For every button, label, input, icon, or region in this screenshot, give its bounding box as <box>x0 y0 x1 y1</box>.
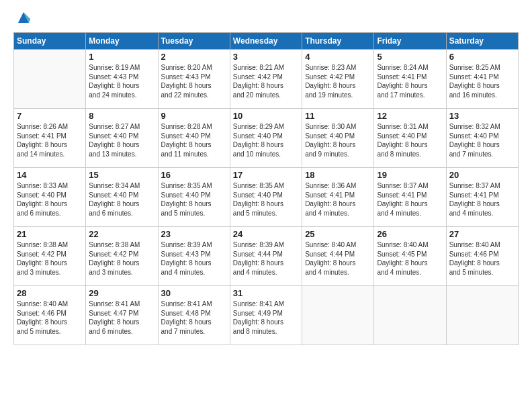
calendar-cell: 30Sunrise: 8:41 AMSunset: 4:48 PMDayligh… <box>158 286 230 345</box>
calendar-cell: 13Sunrise: 8:32 AMSunset: 4:40 PMDayligh… <box>446 109 518 168</box>
calendar-cell: 10Sunrise: 8:29 AMSunset: 4:40 PMDayligh… <box>230 109 302 168</box>
calendar-cell: 31Sunrise: 8:41 AMSunset: 4:49 PMDayligh… <box>230 286 302 345</box>
day-number: 19 <box>377 170 443 180</box>
day-info: Sunrise: 8:21 AMSunset: 4:42 PMDaylight:… <box>233 63 299 99</box>
calendar-cell: 4Sunrise: 8:23 AMSunset: 4:42 PMDaylight… <box>302 50 374 109</box>
calendar-cell: 5Sunrise: 8:24 AMSunset: 4:41 PMDaylight… <box>374 50 446 109</box>
day-info: Sunrise: 8:23 AMSunset: 4:42 PMDaylight:… <box>305 63 371 99</box>
day-info: Sunrise: 8:19 AMSunset: 4:43 PMDaylight:… <box>89 63 154 99</box>
day-number: 2 <box>161 52 227 62</box>
day-number: 23 <box>161 229 227 239</box>
calendar-cell: 20Sunrise: 8:37 AMSunset: 4:41 PMDayligh… <box>446 168 518 227</box>
day-info: Sunrise: 8:41 AMSunset: 4:47 PMDaylight:… <box>89 300 154 336</box>
day-number: 9 <box>161 111 227 121</box>
calendar-cell <box>14 50 86 109</box>
day-number: 13 <box>449 111 515 121</box>
day-number: 31 <box>233 288 299 298</box>
day-info: Sunrise: 8:40 AMSunset: 4:46 PMDaylight:… <box>17 300 83 336</box>
calendar-cell: 9Sunrise: 8:28 AMSunset: 4:40 PMDaylight… <box>158 109 230 168</box>
col-header-saturday: Saturday <box>446 33 518 50</box>
day-info: Sunrise: 8:27 AMSunset: 4:40 PMDaylight:… <box>89 122 154 158</box>
day-number: 1 <box>89 52 154 62</box>
day-info: Sunrise: 8:32 AMSunset: 4:40 PMDaylight:… <box>449 122 515 158</box>
day-info: Sunrise: 8:41 AMSunset: 4:48 PMDaylight:… <box>161 300 227 336</box>
day-info: Sunrise: 8:36 AMSunset: 4:41 PMDaylight:… <box>305 181 371 218</box>
logo-icon <box>15 9 32 26</box>
day-info: Sunrise: 8:29 AMSunset: 4:40 PMDaylight:… <box>233 122 299 158</box>
calendar-week-2: 14Sunrise: 8:33 AMSunset: 4:40 PMDayligh… <box>14 168 519 227</box>
day-info: Sunrise: 8:38 AMSunset: 4:42 PMDaylight:… <box>17 240 83 277</box>
day-info: Sunrise: 8:38 AMSunset: 4:42 PMDaylight:… <box>89 240 154 277</box>
col-header-monday: Monday <box>86 33 158 50</box>
day-info: Sunrise: 8:24 AMSunset: 4:41 PMDaylight:… <box>377 63 443 99</box>
calendar-cell: 12Sunrise: 8:31 AMSunset: 4:40 PMDayligh… <box>374 109 446 168</box>
calendar-cell: 8Sunrise: 8:27 AMSunset: 4:40 PMDaylight… <box>86 109 158 168</box>
day-number: 11 <box>305 111 371 121</box>
calendar-cell: 1Sunrise: 8:19 AMSunset: 4:43 PMDaylight… <box>86 50 158 109</box>
day-number: 24 <box>233 229 299 239</box>
calendar-week-3: 21Sunrise: 8:38 AMSunset: 4:42 PMDayligh… <box>14 227 519 286</box>
day-number: 27 <box>449 229 515 239</box>
calendar-cell: 16Sunrise: 8:35 AMSunset: 4:40 PMDayligh… <box>158 168 230 227</box>
calendar-cell: 18Sunrise: 8:36 AMSunset: 4:41 PMDayligh… <box>302 168 374 227</box>
day-number: 26 <box>377 229 443 239</box>
day-number: 18 <box>305 170 371 180</box>
day-info: Sunrise: 8:28 AMSunset: 4:40 PMDaylight:… <box>161 122 227 158</box>
day-number: 5 <box>377 52 443 62</box>
calendar-cell: 7Sunrise: 8:26 AMSunset: 4:41 PMDaylight… <box>14 109 86 168</box>
day-number: 28 <box>17 288 83 298</box>
day-number: 25 <box>305 229 371 239</box>
calendar-cell: 21Sunrise: 8:38 AMSunset: 4:42 PMDayligh… <box>14 227 86 286</box>
calendar-week-4: 28Sunrise: 8:40 AMSunset: 4:46 PMDayligh… <box>14 286 519 345</box>
day-info: Sunrise: 8:20 AMSunset: 4:43 PMDaylight:… <box>161 63 227 99</box>
calendar-cell: 25Sunrise: 8:40 AMSunset: 4:44 PMDayligh… <box>302 227 374 286</box>
day-number: 29 <box>89 288 154 298</box>
calendar-cell: 15Sunrise: 8:34 AMSunset: 4:40 PMDayligh… <box>86 168 158 227</box>
day-info: Sunrise: 8:33 AMSunset: 4:40 PMDaylight:… <box>17 181 83 218</box>
page-header <box>13 11 519 26</box>
calendar-cell: 27Sunrise: 8:40 AMSunset: 4:46 PMDayligh… <box>446 227 518 286</box>
day-info: Sunrise: 8:40 AMSunset: 4:44 PMDaylight:… <box>305 240 371 277</box>
calendar-cell: 19Sunrise: 8:37 AMSunset: 4:41 PMDayligh… <box>374 168 446 227</box>
calendar-cell <box>374 286 446 345</box>
calendar-cell: 29Sunrise: 8:41 AMSunset: 4:47 PMDayligh… <box>86 286 158 345</box>
day-number: 6 <box>449 52 515 62</box>
day-number: 22 <box>89 229 154 239</box>
calendar-cell <box>302 286 374 345</box>
day-info: Sunrise: 8:35 AMSunset: 4:40 PMDaylight:… <box>161 181 227 218</box>
logo <box>13 11 32 26</box>
col-header-wednesday: Wednesday <box>230 33 302 50</box>
col-header-friday: Friday <box>374 33 446 50</box>
day-number: 4 <box>305 52 371 62</box>
col-header-tuesday: Tuesday <box>158 33 230 50</box>
day-number: 7 <box>17 111 83 121</box>
calendar-cell: 3Sunrise: 8:21 AMSunset: 4:42 PMDaylight… <box>230 50 302 109</box>
day-info: Sunrise: 8:25 AMSunset: 4:41 PMDaylight:… <box>449 63 515 99</box>
calendar-cell: 26Sunrise: 8:40 AMSunset: 4:45 PMDayligh… <box>374 227 446 286</box>
day-info: Sunrise: 8:30 AMSunset: 4:40 PMDaylight:… <box>305 122 371 158</box>
day-info: Sunrise: 8:31 AMSunset: 4:40 PMDaylight:… <box>377 122 443 158</box>
day-number: 20 <box>449 170 515 180</box>
day-number: 15 <box>89 170 154 180</box>
day-info: Sunrise: 8:40 AMSunset: 4:45 PMDaylight:… <box>377 240 443 277</box>
calendar-week-0: 1Sunrise: 8:19 AMSunset: 4:43 PMDaylight… <box>14 50 519 109</box>
day-info: Sunrise: 8:26 AMSunset: 4:41 PMDaylight:… <box>17 122 83 158</box>
calendar-cell: 22Sunrise: 8:38 AMSunset: 4:42 PMDayligh… <box>86 227 158 286</box>
day-number: 3 <box>233 52 299 62</box>
day-info: Sunrise: 8:34 AMSunset: 4:40 PMDaylight:… <box>89 181 154 218</box>
col-header-thursday: Thursday <box>302 33 374 50</box>
day-number: 8 <box>89 111 154 121</box>
day-info: Sunrise: 8:41 AMSunset: 4:49 PMDaylight:… <box>233 300 299 336</box>
calendar-cell: 6Sunrise: 8:25 AMSunset: 4:41 PMDaylight… <box>446 50 518 109</box>
day-info: Sunrise: 8:35 AMSunset: 4:40 PMDaylight:… <box>233 181 299 218</box>
day-number: 10 <box>233 111 299 121</box>
calendar-cell: 23Sunrise: 8:39 AMSunset: 4:43 PMDayligh… <box>158 227 230 286</box>
calendar-table: SundayMondayTuesdayWednesdayThursdayFrid… <box>13 32 519 345</box>
calendar-week-1: 7Sunrise: 8:26 AMSunset: 4:41 PMDaylight… <box>14 109 519 168</box>
calendar-cell <box>446 286 518 345</box>
page-container: SundayMondayTuesdayWednesdayThursdayFrid… <box>0 0 532 411</box>
day-info: Sunrise: 8:40 AMSunset: 4:46 PMDaylight:… <box>449 240 515 277</box>
calendar-cell: 14Sunrise: 8:33 AMSunset: 4:40 PMDayligh… <box>14 168 86 227</box>
day-number: 14 <box>17 170 83 180</box>
day-number: 12 <box>377 111 443 121</box>
